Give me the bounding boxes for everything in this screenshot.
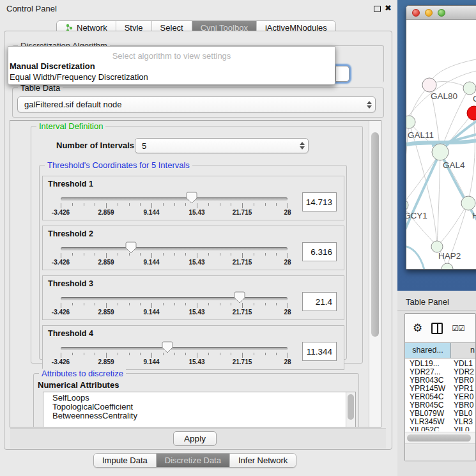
scale-label: 9.144 [143,259,159,266]
interval-definition-title: Interval Definition [36,121,105,131]
table-data-combobox-value: galFiltered.sif default node [18,100,364,109]
number-of-intervals-label: Number of Intervals [56,141,134,150]
cell-shared-name: YDL19... [405,359,451,367]
table-row[interactable]: YER054CYER0 [405,392,476,401]
cell-shared-name: YPR145W [405,384,451,392]
column-header-name[interactable]: n [451,343,476,358]
gear-icon[interactable]: ⚙ [413,321,422,335]
column-header-shared-name[interactable]: shared... [405,343,451,358]
tab-infer-network[interactable]: Infer Network [230,454,296,467]
numerical-attributes-list[interactable]: SelfLoopsTopologicalCoefficientBetweenne… [43,392,356,427]
cell-shared-name: YER054C [405,392,451,401]
table-data-combobox[interactable]: galFiltered.sif default node [17,96,376,112]
window-title: Control Panel [6,4,57,13]
slider-handle[interactable] [125,242,137,254]
slider-track[interactable] [61,247,288,250]
split-panel-icon[interactable] [431,323,443,334]
vertical-scrollbar-thumb[interactable] [371,132,379,337]
threshold-value-field[interactable]: 6.316 [302,242,337,261]
scale-label: 21.715 [233,209,252,216]
threshold-panel: Threshold 2-3.4262.8599.14415.4321.71528… [42,226,344,270]
attribute-list-item[interactable]: BetweennessCentrality [43,410,355,419]
horizontal-scrollbar[interactable] [405,433,476,443]
table-panel: Table Panel ⚙ ☑☑ shared... n YDL19...YDL… [397,291,476,476]
tab-discretize-data[interactable]: Discretize Data [157,454,230,467]
table-row[interactable]: YPR145WYPR1 [405,384,476,392]
tab-infer-network-label: Infer Network [238,456,288,465]
thresholds-group: Threshold's Coordinates for 5 Intervals … [39,165,347,360]
node-partial-bottom[interactable] [441,263,453,270]
slider-track[interactable] [61,347,288,350]
threshold-slider[interactable]: -3.4262.8599.14415.4321.71528 [61,326,288,371]
network-canvas[interactable]: GAL80 GA C GAL11 GAL4 GCY1 H HAP2 [406,20,476,270]
attributes-scrollbar[interactable] [346,392,355,427]
interval-definition-group: Interval Definition Number of Intervals … [31,126,363,364]
threshold-slider[interactable]: -3.4262.8599.14415.4321.71528 [61,176,288,221]
node-gal11[interactable] [406,116,415,128]
table-data-group: Table Data galFiltered.sif default node [12,88,384,118]
slider-handle[interactable] [186,192,197,204]
cell-name: YPR1 [451,384,476,392]
float-window-icon[interactable] [374,6,381,12]
node-gal4[interactable] [432,144,449,160]
attribute-list-item[interactable]: TopologicalCoefficient [43,401,355,410]
threshold-value-field[interactable]: 14.713 [302,192,337,211]
slider-handle[interactable] [162,341,173,354]
slider-handle[interactable] [234,291,245,304]
horizontal-scrollbar-thumb[interactable] [407,434,471,441]
scale-label: -3.426 [52,309,70,316]
tab-impute-data-label: Impute Data [102,456,148,465]
node-partial-right[interactable] [463,82,476,95]
node-label: GAL11 [408,130,434,140]
node-gal80[interactable] [422,78,436,92]
close-icon[interactable]: ✖ [385,3,392,13]
node-label: HAP2 [438,251,461,261]
combo-stepper-icon [364,101,375,109]
table-row[interactable]: YBR045CYBR0 [405,401,476,409]
threshold-value-field[interactable]: 21.4 [302,292,337,311]
zoom-traffic-light-icon[interactable] [438,9,445,17]
table-footer [405,443,476,461]
apply-button[interactable]: Apply [173,431,217,446]
node-h[interactable] [461,196,475,210]
table-row[interactable]: YBR043CYBR0 [405,376,476,384]
table-row[interactable]: YBL079WYBL0 [405,409,476,417]
table-panel-title: Table Panel [406,297,449,307]
table-row[interactable]: YDL19...YDL1 [405,359,476,367]
table-row[interactable]: YLR345WYLR3 [405,417,476,426]
slider-scale-labels: -3.4262.8599.14415.4321.71528 [61,209,288,217]
scale-label: 15.43 [188,209,204,216]
slider-track[interactable] [61,297,288,300]
node-label: GAL4 [443,160,465,170]
dropdown-option-equal-width-frequency[interactable]: Equal Width/Frequency Discretization [8,72,335,82]
tab-impute-data[interactable]: Impute Data [94,454,157,467]
vertical-scrollbar[interactable] [369,121,381,427]
network-window: GAL80 GA C GAL11 GAL4 GCY1 H HAP2 [406,5,476,270]
close-traffic-light-icon[interactable] [412,9,420,17]
cell-name: YER0 [451,392,476,401]
node-gcy1[interactable] [406,199,408,211]
thresholds-group-title: Threshold's Coordinates for 5 Intervals [45,160,192,170]
number-of-intervals-combobox[interactable]: 5 [135,138,309,153]
threshold-slider[interactable]: -3.4262.8599.14415.4321.71528 [61,276,288,321]
minimize-traffic-light-icon[interactable] [425,9,433,17]
threshold-slider[interactable]: -3.4262.8599.14415.4321.71528 [61,226,288,271]
cell-shared-name: YIL052C [405,426,451,431]
algorithm-combobox[interactable] [335,66,349,82]
attribute-list-item[interactable]: SelfLoops [43,392,355,401]
table-row[interactable]: YIL052CYIL0 [405,426,476,431]
dropdown-option-manual-discretization[interactable]: Manual Discretization [8,61,335,72]
select-columns-icon[interactable]: ☑☑ [452,324,464,333]
node-red[interactable] [467,106,476,120]
scale-label: 21.715 [233,259,252,266]
slider-track[interactable] [61,197,288,201]
table-row[interactable]: YDR27...YDR2 [405,367,476,376]
threshold-value-field[interactable]: 11.344 [302,342,337,361]
desktop-background: GAL80 GA C GAL11 GAL4 GCY1 H HAP2 [397,0,476,291]
node-label: GAL80 [431,91,457,101]
number-of-intervals-value: 5 [135,141,296,151]
scale-label: 28 [284,259,291,266]
attributes-group-title: Attributes to discretize [39,369,126,378]
attributes-scrollbar-thumb[interactable] [348,394,354,420]
network-window-titlebar[interactable] [406,6,476,20]
